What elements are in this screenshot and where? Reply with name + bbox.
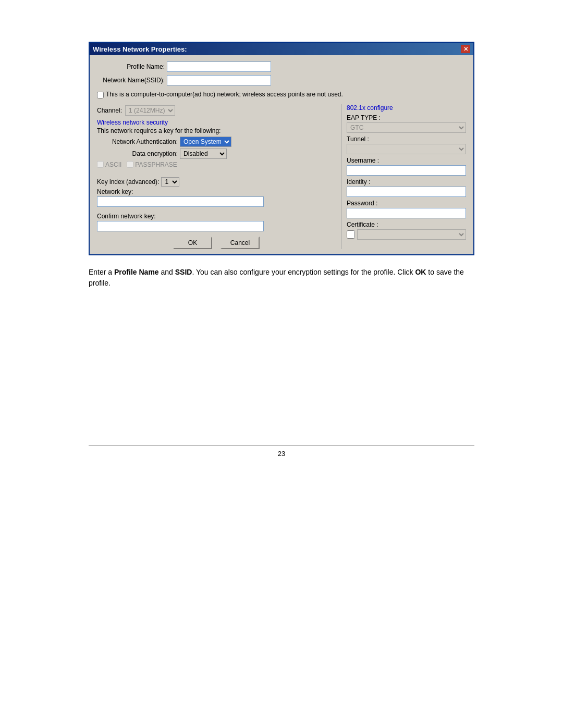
body-bold2: SSID bbox=[175, 268, 192, 276]
wireless-network-properties-dialog: Wireless Network Properties: ✕ Profile N… bbox=[89, 42, 474, 255]
body-text: Enter a Profile Name and SSID. You can a… bbox=[89, 267, 474, 289]
passphrase-check-label: PASSPHRASE bbox=[127, 161, 177, 168]
network-key-input[interactable] bbox=[97, 196, 264, 207]
profile-name-row: Profile Name: bbox=[97, 61, 466, 72]
adhoc-checkbox[interactable] bbox=[97, 92, 104, 98]
two-column-section: Channel: 1 (2412MHz) Wireless network se… bbox=[97, 104, 466, 249]
key-required-text: This network requires a key for the foll… bbox=[97, 127, 336, 134]
body-bold3: OK bbox=[415, 268, 426, 276]
certificate-label: Certificate : bbox=[347, 221, 466, 228]
tunnel-label: Tunnel : bbox=[347, 135, 466, 143]
network-name-input[interactable] bbox=[167, 75, 271, 85]
left-column: Channel: 1 (2412MHz) Wireless network se… bbox=[97, 104, 336, 249]
password-input[interactable] bbox=[347, 208, 466, 218]
profile-name-input[interactable] bbox=[167, 61, 271, 72]
button-row: OK Cancel bbox=[97, 237, 336, 249]
network-auth-select[interactable]: Open System bbox=[180, 137, 231, 147]
passphrase-label: PASSPHRASE bbox=[135, 161, 177, 168]
body-text-part1: Enter a bbox=[89, 268, 114, 276]
data-encryption-row: Data encryption: Disabled bbox=[97, 149, 336, 159]
network-name-label: Network Name(SSID): bbox=[97, 77, 165, 84]
body-text-part3: . You can also configure your encryption… bbox=[192, 268, 415, 276]
profile-name-label: Profile Name: bbox=[97, 63, 165, 70]
key-index-label: Key index (advanced): bbox=[97, 178, 159, 186]
cancel-button[interactable]: Cancel bbox=[221, 237, 260, 249]
dialog-body: Profile Name: Network Name(SSID): This i… bbox=[90, 55, 473, 254]
wireless-security-label: Wireless network security bbox=[97, 119, 336, 126]
eap-section-label: 802.1x configure bbox=[347, 104, 466, 112]
username-label: Username : bbox=[347, 157, 466, 164]
certificate-select[interactable] bbox=[357, 229, 466, 240]
certificate-row bbox=[347, 229, 466, 240]
adhoc-row: This is a computer-to-computer(ad hoc) n… bbox=[97, 91, 466, 99]
dialog-title: Wireless Network Properties: bbox=[93, 45, 187, 53]
tunnel-select[interactable] bbox=[347, 144, 466, 154]
data-encryption-select[interactable]: Disabled bbox=[180, 149, 227, 159]
key-index-row: Key index (advanced): 1 bbox=[97, 177, 336, 187]
eap-type-label: EAP TYPE : bbox=[347, 114, 466, 121]
ascii-check-label: ASCII bbox=[97, 161, 121, 168]
body-text-part2: and bbox=[159, 268, 175, 276]
data-encryption-label: Data encryption: bbox=[97, 150, 178, 157]
ok-button[interactable]: OK bbox=[173, 237, 212, 249]
channel-row: Channel: 1 (2412MHz) bbox=[97, 105, 336, 116]
page-number: 23 bbox=[278, 450, 285, 458]
key-index-select[interactable]: 1 bbox=[161, 177, 179, 187]
channel-select[interactable]: 1 (2412MHz) bbox=[125, 105, 175, 116]
ascii-checkbox[interactable] bbox=[97, 161, 104, 168]
eap-type-select[interactable]: GTC bbox=[347, 122, 466, 133]
identity-label: Identity : bbox=[347, 178, 466, 186]
network-auth-row: Network Authentication: Open System bbox=[97, 137, 336, 147]
password-label: Password : bbox=[347, 200, 466, 207]
key-type-row: ASCII PASSPHRASE bbox=[97, 161, 336, 168]
username-input[interactable] bbox=[347, 165, 466, 176]
network-key-label: Network key: bbox=[97, 188, 336, 195]
body-bold1: Profile Name bbox=[114, 268, 159, 276]
dialog-titlebar: Wireless Network Properties: ✕ bbox=[90, 43, 473, 55]
confirm-key-label: Confirm network key: bbox=[97, 213, 336, 220]
adhoc-label: This is a computer-to-computer(ad hoc) n… bbox=[106, 91, 343, 99]
ascii-label: ASCII bbox=[105, 161, 121, 168]
passphrase-checkbox[interactable] bbox=[127, 161, 133, 168]
right-column: 802.1x configure EAP TYPE : GTC Tunnel :… bbox=[341, 104, 466, 249]
channel-label: Channel: bbox=[97, 107, 122, 114]
close-button[interactable]: ✕ bbox=[461, 45, 470, 53]
confirm-key-input[interactable] bbox=[97, 221, 264, 231]
network-name-row: Network Name(SSID): bbox=[97, 75, 466, 85]
network-auth-label: Network Authentication: bbox=[97, 138, 178, 145]
identity-input[interactable] bbox=[347, 187, 466, 197]
certificate-checkbox[interactable] bbox=[347, 230, 355, 239]
